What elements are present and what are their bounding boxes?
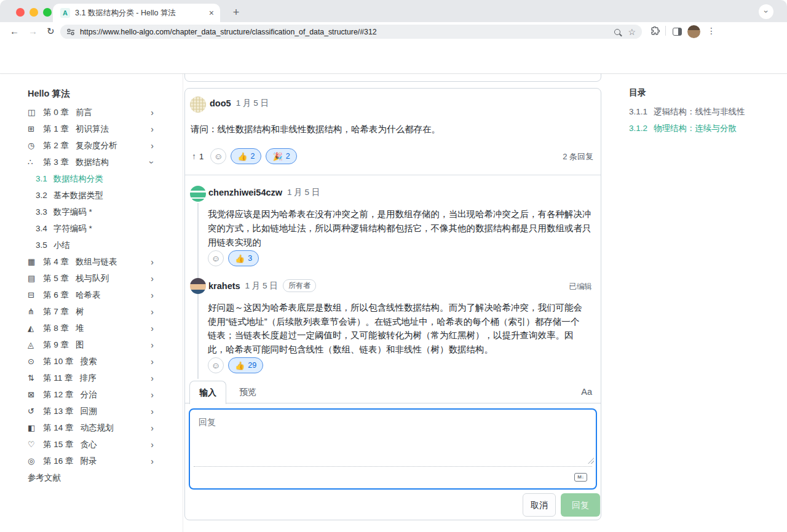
- reaction-thumbs-up[interactable]: 👍 3: [228, 250, 259, 266]
- tab-preview[interactable]: 预览: [232, 381, 264, 403]
- avatar[interactable]: [190, 186, 206, 202]
- sidebar-item-chapter-1[interactable]: ⊞第 1 章初识算法›: [28, 121, 154, 137]
- chevron-down-icon: ›: [148, 161, 157, 164]
- sidebar-item-chapter-14[interactable]: ◧第 14 章动态规划›: [28, 419, 154, 436]
- sidebar-item-3-5[interactable]: 3.5小结: [28, 237, 156, 253]
- reply-submit-button[interactable]: 回复: [561, 493, 600, 517]
- tab-write[interactable]: 输入: [189, 381, 226, 404]
- reply-actions: ☺ 👍 3: [208, 250, 259, 267]
- new-tab-button[interactable]: +: [227, 4, 245, 22]
- maximize-window-button[interactable]: [43, 8, 52, 17]
- thumbs-up-icon: 👍: [235, 254, 245, 263]
- chevron-right-icon: ›: [151, 307, 154, 317]
- chevron-right-icon: ›: [151, 373, 154, 383]
- sidebar-item-chapter-16[interactable]: ◎第 16 章附录›: [28, 453, 154, 469]
- text-format-button[interactable]: Aa: [581, 381, 592, 403]
- sidebar-item-chapter-7[interactable]: ⋔第 7 章树›: [28, 303, 154, 320]
- cancel-button[interactable]: 取消: [523, 493, 556, 517]
- chevron-right-icon: ›: [151, 274, 154, 284]
- sidebar-item-chapter-12[interactable]: ⊠第 12 章分治›: [28, 386, 154, 403]
- sidebar-nav: Hello 算法 ◫第 0 章前言› ⊞第 1 章初识算法› ◷第 2 章复杂度…: [0, 74, 183, 532]
- sidebar-item-chapter-15[interactable]: ♡第 15 章贪心›: [28, 436, 154, 453]
- reaction-count: 29: [248, 361, 256, 370]
- side-panel-icon[interactable]: [673, 28, 682, 36]
- chevron-right-icon: ›: [151, 357, 154, 367]
- forward-button[interactable]: →: [28, 26, 38, 36]
- search-chapter-icon: ⊙: [28, 357, 43, 366]
- toc-item-3-1-1[interactable]: 3.1.1逻辑结构：线性与非线性: [629, 103, 777, 120]
- add-reaction-button[interactable]: ☺: [208, 250, 224, 266]
- profile-avatar[interactable]: [687, 25, 700, 38]
- sidebar-item-3-2[interactable]: 3.2基本数据类型: [28, 187, 156, 204]
- party-icon: 🎉: [272, 152, 282, 161]
- comment-author[interactable]: doo5: [210, 98, 231, 108]
- reaction-party[interactable]: 🎉 2: [266, 148, 296, 164]
- sidebar-item-chapter-10[interactable]: ⊙第 10 章搜索›: [28, 353, 154, 370]
- editor-footer: M↓: [194, 466, 592, 488]
- avatar[interactable]: [190, 97, 206, 113]
- toc-title: 目录: [629, 87, 777, 103]
- comment-header: doo5 1 月 5 日: [210, 98, 269, 109]
- add-reaction-button[interactable]: ☺: [210, 148, 226, 164]
- chevron-right-icon: ›: [151, 407, 154, 416]
- tab-close-icon[interactable]: ×: [209, 9, 214, 17]
- reaction-thumbs-up[interactable]: 👍 2: [231, 148, 261, 164]
- bookmark-star-icon[interactable]: ☆: [628, 28, 636, 36]
- sidebar-item-chapter-9[interactable]: ◬第 9 章图›: [28, 336, 154, 353]
- browser-tab[interactable]: A 3.1 数据结构分类 - Hello 算法 ×: [53, 4, 220, 22]
- extensions-icon[interactable]: [651, 26, 660, 36]
- sidebar-item-3-1[interactable]: 3.1数据结构分类: [28, 170, 156, 187]
- back-button[interactable]: ←: [10, 26, 19, 36]
- reply-author[interactable]: chenzhiwei54czw: [208, 188, 282, 197]
- book-icon: ◫: [28, 108, 43, 117]
- hash-table-icon: ⊟: [28, 290, 43, 300]
- sidebar-item-3-3[interactable]: 3.3数字编码 *: [28, 204, 156, 220]
- editor-tabs: 输入 预览 Aa: [185, 381, 601, 403]
- sidebar-item-chapter-2[interactable]: ◷第 2 章复杂度分析›: [28, 137, 154, 154]
- avatar[interactable]: [190, 278, 206, 294]
- sidebar-item-chapter-8[interactable]: ◭第 8 章堆›: [28, 320, 154, 336]
- reply-textarea[interactable]: [190, 410, 596, 466]
- minimize-window-button[interactable]: [30, 8, 38, 17]
- chevron-right-icon: ›: [151, 290, 154, 300]
- reaction-thumbs-up[interactable]: 👍 29: [228, 357, 263, 373]
- reload-button[interactable]: ↻: [47, 26, 55, 37]
- stack-icon: ▤: [28, 274, 43, 283]
- comment-divider: [185, 175, 601, 175]
- tab-favicon-icon: A: [60, 8, 70, 18]
- sidebar-item-chapter-13[interactable]: ↺第 13 章回溯›: [28, 403, 154, 419]
- sidebar-item-chapter-6[interactable]: ⊟第 6 章哈希表›: [28, 287, 154, 303]
- upvote-count: 1: [199, 152, 204, 161]
- markdown-icon[interactable]: M↓: [574, 473, 587, 482]
- grid-icon: ⊞: [28, 124, 43, 133]
- toc-item-3-1-2[interactable]: 3.1.2物理结构：连续与分散: [629, 120, 777, 137]
- sidebar-item-references[interactable]: 参考文献: [28, 469, 156, 486]
- reply-author[interactable]: krahets: [208, 281, 240, 291]
- sidebar-item-chapter-5[interactable]: ▤第 5 章栈与队列›: [28, 270, 154, 287]
- page-zoom-icon[interactable]: [614, 29, 620, 35]
- comment-date: 1 月 5 日: [236, 98, 269, 109]
- sidebar-item-chapter-0[interactable]: ◫第 0 章前言›: [28, 104, 154, 121]
- chevron-right-icon: ›: [151, 423, 154, 433]
- tab-search-button[interactable]: ›: [759, 4, 773, 19]
- url-text[interactable]: https://www.hello-algo.com/chapter_data_…: [80, 28, 614, 36]
- site-header: [0, 41, 787, 74]
- sidebar-item-chapter-3[interactable]: ∴第 3 章数据结构›: [28, 154, 154, 170]
- upvote-button[interactable]: ↑ 1: [192, 151, 204, 161]
- close-window-button[interactable]: [16, 8, 25, 17]
- reply-header: krahets 1 月 5 日 所有者: [208, 279, 316, 292]
- clock-icon: ◷: [28, 141, 43, 150]
- chevron-right-icon: ›: [151, 440, 154, 450]
- reply-editor: M↓: [189, 408, 597, 490]
- sidebar-item-3-4[interactable]: 3.4字符编码 *: [28, 220, 156, 237]
- reaction-count: 2: [286, 152, 290, 161]
- comment-body: 请问：线性数据结构和非线性数据结构，哈希表为什么都存在。: [191, 122, 593, 137]
- sidebar-item-chapter-11[interactable]: ⇅第 11 章排序›: [28, 370, 154, 386]
- address-bar[interactable]: https://www.hello-algo.com/chapter_data_…: [60, 25, 642, 39]
- chrome-menu-icon[interactable]: ⋮: [707, 26, 716, 36]
- heart-icon: ♡: [28, 440, 43, 449]
- thumbs-up-icon: 👍: [235, 361, 245, 370]
- sidebar-item-chapter-4[interactable]: ▦第 4 章数组与链表›: [28, 253, 154, 270]
- add-reaction-button[interactable]: ☺: [208, 357, 224, 373]
- site-settings-icon[interactable]: [66, 28, 75, 36]
